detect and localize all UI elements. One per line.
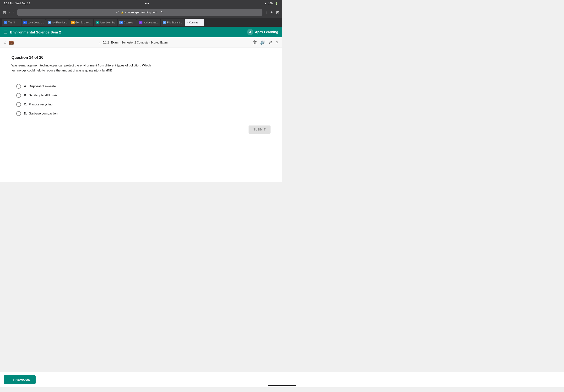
option-c-text: Plastics recycling (29, 102, 53, 106)
status-date: Wed Sep 18 (15, 2, 30, 5)
tab-label-local: Local Jobs: 1... (28, 21, 44, 24)
toolbar-right-icons[interactable]: 文 🔊 🖨 ? (253, 40, 278, 45)
battery-percent: 16% (268, 2, 273, 5)
apex-logo-icon: A (247, 29, 254, 35)
toolbar-left-icons[interactable]: ⌂ 💼 (4, 40, 14, 45)
wifi-icon: ▲ (264, 2, 267, 5)
radio-b[interactable] (16, 93, 21, 98)
toolbar-exam-info: ↑ 5.1.2 Exam: Semester 2 Computer-Scored… (99, 41, 167, 44)
apex-learning-logo: A Apex Learning (247, 29, 278, 35)
question-number: Question 14 of 20 (12, 56, 271, 60)
app-header-left[interactable]: ☰ Environmental Science Sem 2 (4, 30, 61, 34)
option-b-label: B. Sanitary landfill burial (24, 94, 58, 97)
address-bar[interactable]: AA 🔒 course.apexlearning.com ↻ (17, 9, 262, 16)
exam-section-number: 5.1.2 (103, 41, 109, 44)
up-arrow-icon: ↑ (99, 41, 101, 44)
radio-d[interactable] (16, 111, 21, 116)
option-b[interactable]: B. Sanitary landfill burial (16, 93, 271, 98)
tab-label-filo: Filo Student:... (167, 21, 182, 24)
option-d-label: D. Garbage compaction (24, 112, 58, 115)
option-d-letter: D. (24, 112, 28, 115)
tab-favicon-local: ⊡ (23, 21, 27, 24)
browser-nav-icons[interactable]: ⊟ ‹ › (3, 10, 14, 15)
print-icon[interactable]: 🖨 (269, 40, 273, 45)
browser-right-icons[interactable]: ↑ + ⊡ (265, 10, 279, 15)
tab-my-favorite[interactable]: ▶ My Favorite... (46, 19, 69, 26)
radio-c[interactable] (16, 102, 21, 107)
exam-label: Exam: (111, 41, 120, 44)
option-a-letter: A. (24, 84, 28, 88)
tab-favicon-bi: BI (71, 21, 75, 24)
apex-logo-text: Apex Learning (255, 30, 278, 34)
tab-label-courses-active: Courses (189, 21, 202, 24)
tab-filo-student[interactable]: F Filo Student:... (161, 19, 184, 26)
question-divider (12, 78, 271, 78)
option-d[interactable]: D. Garbage compaction (16, 111, 271, 116)
briefcase-button[interactable]: 💼 (9, 40, 14, 45)
option-c[interactable]: C. Plastics recycling (16, 102, 271, 107)
radio-a[interactable] (16, 84, 21, 89)
tab-courses-a[interactable]: A Courses (118, 19, 137, 26)
option-c-label: C. Plastics recycling (24, 102, 53, 106)
tab-favicon-google: G (4, 21, 7, 24)
option-d-text: Garbage compaction (29, 112, 58, 115)
tab-gen-z[interactable]: BI Gen Z: Major... (69, 19, 93, 26)
tab-favicon-youve: ≡ (139, 21, 142, 24)
tab-label-courses-a: Courses (124, 21, 135, 24)
tab-favicon-favorite: ▶ (48, 21, 51, 24)
reload-button[interactable]: ↻ (161, 11, 164, 14)
main-content: Question 14 of 20 Waste-management techn… (0, 48, 282, 182)
question-text: Waste-management technologies can protec… (12, 63, 160, 73)
option-c-letter: C. (24, 102, 28, 106)
submit-row: SUBMIT (12, 126, 271, 134)
tab-label-the-n: The N (8, 21, 19, 24)
back-button[interactable]: ‹ (9, 10, 10, 14)
tab-the-n[interactable]: G The N (2, 19, 21, 26)
tab-youve[interactable]: ≡ You've alrea... (137, 19, 160, 26)
text-size-button[interactable]: AA (116, 11, 120, 14)
tab-label-apex: Apex Learning (100, 21, 115, 24)
submit-button[interactable]: SUBMIT (248, 126, 271, 134)
option-a-label: A. Disposal of e-waste (24, 84, 56, 88)
app-header: ☰ Environmental Science Sem 2 A Apex Lea… (0, 27, 282, 37)
svg-text:A: A (249, 30, 251, 34)
new-tab-button[interactable]: + (271, 10, 273, 14)
home-button[interactable]: ⌂ (4, 40, 6, 45)
tab-close-icon[interactable]: × (187, 21, 188, 24)
option-b-text: Sanitary landfill burial (29, 94, 58, 97)
help-icon[interactable]: ? (276, 40, 278, 45)
translate-icon[interactable]: 文 (253, 40, 257, 45)
hamburger-menu-button[interactable]: ☰ (4, 30, 7, 34)
tab-label-youve: You've alrea... (143, 21, 158, 24)
tab-favicon-apex: A (96, 21, 99, 24)
share-button[interactable]: ↑ (265, 10, 267, 14)
tab-label-favorite: My Favorite... (52, 21, 67, 24)
option-b-letter: B. (24, 94, 28, 97)
url-display: course.apexlearning.com (125, 11, 157, 14)
answer-options[interactable]: A. Disposal of e-waste B. Sanitary landf… (12, 84, 271, 116)
exam-description: Semester 2 Computer-Scored Exam (121, 41, 167, 44)
tab-local-jobs[interactable]: ⊡ Local Jobs: 1... (22, 19, 46, 26)
status-bar: 2:39 PM Wed Sep 18 ▲ 16% 🔋 (0, 0, 282, 7)
course-title: Environmental Science Sem 2 (10, 30, 61, 34)
tab-courses-active[interactable]: × Courses (185, 19, 204, 26)
lock-icon: 🔒 (121, 11, 124, 14)
browser-chrome: ⊟ ‹ › AA 🔒 course.apexlearning.com ↻ ↑ +… (0, 7, 282, 18)
audio-icon[interactable]: 🔊 (260, 40, 265, 45)
option-a[interactable]: A. Disposal of e-waste (16, 84, 271, 89)
tabs-overview-button[interactable]: ⊡ (276, 10, 279, 15)
sidebar-toggle-icon[interactable]: ⊟ (3, 10, 6, 15)
tabs-bar[interactable]: G The N ⊡ Local Jobs: 1... ▶ My Favorite… (0, 18, 282, 27)
tab-favicon-filo: F (163, 21, 166, 24)
status-time: 2:39 PM (4, 2, 14, 5)
tab-apex-learning[interactable]: A Apex Learning (94, 19, 117, 26)
status-time-date: 2:39 PM Wed Sep 18 (4, 2, 30, 5)
forward-button[interactable]: › (13, 10, 14, 14)
option-a-text: Disposal of e-waste (29, 84, 56, 88)
status-icons: ▲ 16% 🔋 (264, 2, 278, 5)
status-dots (145, 3, 149, 4)
battery-icon: 🔋 (275, 2, 278, 5)
toolbar: ⌂ 💼 ↑ 5.1.2 Exam: Semester 2 Computer-Sc… (0, 37, 282, 48)
tab-label-gen-z: Gen Z: Major... (76, 21, 91, 24)
tab-favicon-courses-a: A (120, 21, 123, 24)
